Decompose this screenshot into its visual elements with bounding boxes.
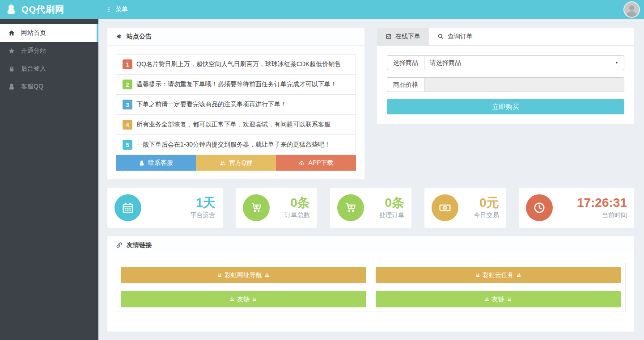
- link-label: 友链: [237, 295, 250, 303]
- app-download-button[interactable]: APP下载: [276, 155, 356, 171]
- lock-icon: [8, 66, 15, 72]
- sidebar-item-branch[interactable]: 开通分站: [0, 42, 98, 60]
- sidebar-item-label: 后台登入: [21, 65, 46, 73]
- chain-link-icon: [116, 242, 123, 248]
- order-panel: 在线下单 查询订单 选择商品 请选择商品 ▼: [377, 28, 634, 124]
- cake-icon: [217, 273, 222, 278]
- announcement-item: 1 QQ名片赞日刷上万，超快空间人气日刷百万，球球冰红茶CDK超低价销售: [116, 55, 356, 75]
- announcement-title: 站点公告: [127, 33, 152, 41]
- announcement-item: 3 下单之前请一定要看完该商品的注意事项再进行下单！: [116, 95, 356, 115]
- price-field-group: 商品价格: [387, 77, 624, 92]
- menu-label: 菜单: [115, 5, 128, 13]
- official-qgroup-button[interactable]: 官方Q群: [196, 155, 276, 171]
- stats-row: 1天 平台运营 0条 订单总数 0条 处理订单: [107, 188, 634, 228]
- link-button-friend-2[interactable]: 友链: [376, 291, 621, 307]
- link-cell: 彩虹网址导航: [116, 263, 371, 287]
- topbar: QQ代刷网 菜单: [0, 0, 644, 19]
- stat-label: 当前时间: [553, 211, 627, 219]
- sidebar-item-service-qq[interactable]: 客服QQ: [0, 78, 98, 96]
- search-icon: [437, 33, 444, 40]
- links-title: 友情链接: [127, 241, 152, 249]
- button-label: APP下载: [308, 159, 333, 167]
- stat-card-today-trades: 0元 今日交易: [424, 188, 506, 228]
- stat-card-processing-orders: 0条 处理订单: [330, 188, 411, 228]
- stat-value: 0条: [364, 196, 404, 209]
- bullhorn-icon: [116, 33, 123, 40]
- item-text: 下单之前请一定要看完该商品的注意事项再进行下单！: [136, 101, 287, 109]
- sidebar: 网站首页 开通分站 后台登入 客服QQ: [0, 19, 98, 340]
- avatar[interactable]: [623, 1, 640, 18]
- link-cell: 友链: [371, 287, 626, 311]
- sidebar-item-home[interactable]: 网站首页: [0, 24, 98, 42]
- qq-icon: [139, 160, 145, 166]
- link-label: 友链: [492, 295, 504, 303]
- order-tabs: 在线下单 查询订单: [377, 28, 634, 46]
- link-label: 彩虹云任务: [483, 271, 514, 279]
- stat-label: 处理订单: [364, 211, 404, 219]
- announcement-buttons: 联系客服 官方Q群 APP下载: [116, 155, 356, 171]
- item-badge: 4: [123, 120, 132, 130]
- cloud-download-icon: [298, 160, 305, 166]
- caret-down-icon: ▼: [615, 61, 619, 65]
- home-icon: [8, 29, 15, 37]
- stat-card-current-time: 17:26:31 当前时间: [519, 188, 634, 228]
- cake-icon: [507, 297, 512, 302]
- qq-icon: [8, 83, 15, 90]
- announcement-item: 4 所有业务全部恢复，都可以正常下单，欢迎尝试，有问题可以联系客服: [116, 115, 356, 135]
- links-grid: 彩虹网址导航 彩虹云任务 友链: [116, 263, 626, 311]
- brand: QQ代刷网: [0, 4, 99, 16]
- money-icon: [432, 194, 458, 221]
- announcement-panel: 站点公告 1 QQ名片赞日刷上万，超快空间人气日刷百万，球球冰红茶CDK超低价销…: [107, 28, 364, 179]
- product-field-group: 选择商品 请选择商品 ▼: [387, 55, 624, 70]
- stat-value: 0元: [458, 196, 499, 209]
- friendly-links-panel: 友情链接 彩虹网址导航 彩虹云任务: [107, 236, 634, 332]
- button-label: 联系客服: [148, 159, 173, 167]
- link-cell: 彩虹云任务: [371, 263, 626, 287]
- contact-service-button[interactable]: 联系客服: [116, 155, 196, 171]
- qq-logo-icon: [5, 4, 17, 15]
- sidebar-item-label: 客服QQ: [21, 83, 43, 91]
- stat-value: 1天: [141, 196, 216, 209]
- stat-card-total-orders: 0条 订单总数: [236, 188, 317, 228]
- link-button-friend-1[interactable]: 友链: [121, 291, 366, 307]
- cake-icon: [484, 297, 490, 302]
- link-label: 彩虹网址导航: [225, 271, 262, 279]
- stat-label: 今日交易: [458, 211, 499, 219]
- cake-icon: [229, 297, 235, 302]
- item-badge: 2: [123, 80, 132, 89]
- price-input: [424, 77, 624, 92]
- item-text: 温馨提示：请勿重复下单哦！必须要等待前面任务订单完成才可以下单！: [136, 80, 337, 88]
- links-header: 友情链接: [107, 236, 634, 254]
- item-text: 一般下单后会在1-30分钟内提交到服务器，就让单子来的更猛烈些吧！: [136, 141, 330, 149]
- cake-icon: [475, 273, 480, 278]
- stat-value: 17:26:31: [553, 196, 627, 209]
- cake-icon: [252, 297, 257, 302]
- product-select[interactable]: 请选择商品 ▼: [424, 55, 624, 70]
- announcement-header: 站点公告: [107, 28, 364, 46]
- users-icon: [219, 160, 226, 166]
- announcement-item: 2 温馨提示：请勿重复下单哦！必须要等待前面任务订单完成才可以下单！: [116, 75, 356, 95]
- sidebar-item-label: 开通分站: [21, 47, 46, 55]
- announcement-item: 5 一般下单后会在1-30分钟内提交到服务器，就让单子来的更猛烈些吧！: [116, 135, 356, 155]
- product-select-value: 请选择商品: [430, 59, 461, 67]
- tab-label: 在线下单: [395, 33, 420, 41]
- ellipsis-v-icon: [106, 6, 112, 13]
- clock-icon: [526, 194, 553, 221]
- main-content: 站点公告 1 QQ名片赞日刷上万，超快空间人气日刷百万，球球冰红茶CDK超低价销…: [98, 19, 644, 340]
- link-button-rainbow-nav[interactable]: 彩虹网址导航: [121, 267, 366, 283]
- cake-icon: [516, 273, 521, 278]
- announcement-list: 1 QQ名片赞日刷上万，超快空间人气日刷百万，球球冰红茶CDK超低价销售 2 温…: [116, 54, 356, 155]
- sidebar-item-admin-login[interactable]: 后台登入: [0, 60, 98, 78]
- stat-value: 0条: [270, 196, 310, 209]
- menu-button[interactable]: 菜单: [106, 5, 128, 13]
- item-badge: 3: [123, 100, 132, 109]
- check-square-icon: [386, 34, 392, 40]
- product-select-label: 选择商品: [387, 55, 424, 70]
- tab-label: 查询订单: [448, 33, 473, 41]
- brand-title: QQ代刷网: [21, 4, 64, 16]
- tab-query-order[interactable]: 查询订单: [429, 28, 481, 45]
- tab-online-order[interactable]: 在线下单: [377, 28, 429, 45]
- link-button-rainbow-cloud[interactable]: 彩虹云任务: [376, 267, 621, 283]
- buy-now-button[interactable]: 立即购买: [387, 99, 624, 114]
- star-icon: [8, 47, 15, 55]
